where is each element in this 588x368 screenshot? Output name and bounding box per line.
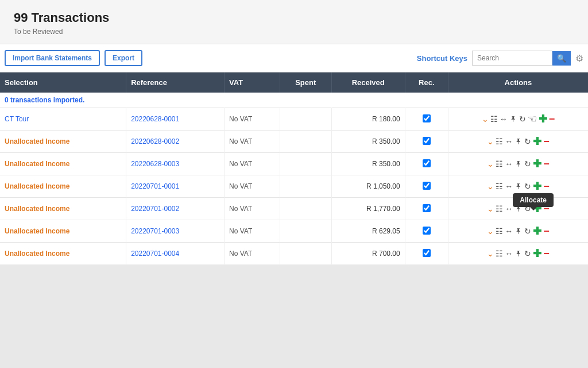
reference-link[interactable]: 20220701-0001 xyxy=(131,182,179,190)
rec-checkbox[interactable] xyxy=(423,182,431,190)
attach-icon[interactable]: 🖈 xyxy=(514,227,523,236)
vat-cell: No VAT xyxy=(225,175,280,198)
dropdown-icon[interactable]: ⌄ xyxy=(482,114,489,124)
rec-cell xyxy=(405,131,448,153)
rec-checkbox[interactable] xyxy=(423,204,431,212)
selection-link[interactable]: Unallocated Income xyxy=(5,227,69,235)
list-icon[interactable]: ☷ xyxy=(490,114,498,124)
dropdown-icon[interactable]: ⌄ xyxy=(487,227,494,236)
reference-link[interactable]: 20220628-0001 xyxy=(131,115,179,123)
expand-icon[interactable]: ↔ xyxy=(505,227,513,236)
remove-icon[interactable]: − xyxy=(543,248,550,260)
col-vat: VAT xyxy=(225,72,280,93)
attach-icon[interactable]: 🖈 xyxy=(514,249,523,258)
expand-icon[interactable]: ↔ xyxy=(505,204,513,213)
attach-icon[interactable]: 🖈 xyxy=(514,159,523,168)
toolbar-right: Shortcut Keys 🔍 ⚙ xyxy=(417,51,583,66)
received-cell: R 1,770.00 xyxy=(331,198,405,220)
attach-icon[interactable]: 🖈 xyxy=(509,114,517,124)
reference-link[interactable]: 20220628-0002 xyxy=(131,137,179,145)
refresh-icon[interactable]: ↻ xyxy=(524,159,531,168)
add-icon[interactable]: ✚ xyxy=(539,113,547,125)
spent-cell xyxy=(280,108,331,131)
col-rec: Rec. xyxy=(405,72,448,93)
spent-cell xyxy=(280,175,331,198)
export-button[interactable]: Export xyxy=(105,50,142,66)
reference-link[interactable]: 20220701-0002 xyxy=(131,205,179,213)
vat-cell: No VAT xyxy=(225,108,280,131)
spent-cell xyxy=(280,131,331,153)
remove-icon[interactable]: − xyxy=(549,113,555,125)
actions-cell: ⌄ ☷ ↔ 🖈 ↻ ✚ − xyxy=(448,243,588,265)
gear-icon[interactable]: ⚙ xyxy=(575,53,583,64)
expand-icon[interactable]: ↔ xyxy=(500,114,508,124)
selection-link[interactable]: CT Tour xyxy=(5,115,29,123)
selection-link[interactable]: Unallocated Income xyxy=(5,250,69,258)
received-cell: R 350.00 xyxy=(331,153,405,175)
table-row: Unallocated Income20220701-0002No VATR 1… xyxy=(0,198,588,220)
dropdown-icon[interactable]: ⌄ xyxy=(487,159,494,168)
rec-cell xyxy=(405,220,448,243)
list-icon[interactable]: ☷ xyxy=(496,159,503,168)
list-icon[interactable]: ☷ xyxy=(496,204,503,213)
list-icon[interactable]: ☷ xyxy=(496,227,503,236)
col-spent: Spent xyxy=(280,72,331,93)
rec-checkbox[interactable] xyxy=(423,159,431,167)
remove-icon[interactable]: − xyxy=(543,225,550,237)
received-cell: R 1,050.00 xyxy=(331,175,405,198)
attach-icon[interactable]: 🖈 xyxy=(514,137,523,146)
received-cell: R 629.05 xyxy=(331,220,405,243)
table-row: Unallocated Income20220701-0004No VATR 7… xyxy=(0,243,588,265)
search-input[interactable] xyxy=(472,51,552,66)
remove-icon[interactable]: − xyxy=(543,158,550,170)
refresh-icon[interactable]: ↻ xyxy=(524,249,531,258)
rec-checkbox[interactable] xyxy=(423,249,431,257)
add-icon[interactable]: ✚ xyxy=(533,247,541,260)
add-icon[interactable]: ✚ xyxy=(533,135,541,148)
attach-icon[interactable]: 🖈 xyxy=(514,182,523,191)
add-icon[interactable]: ✚ xyxy=(533,158,541,170)
list-icon[interactable]: ☷ xyxy=(496,137,503,146)
dropdown-icon[interactable]: ⌄ xyxy=(487,137,494,146)
cursor-icon: ☜ xyxy=(528,113,537,125)
refresh-icon[interactable]: ↻ xyxy=(519,114,526,124)
add-icon[interactable]: ✚ xyxy=(533,225,541,237)
list-icon[interactable]: ☷ xyxy=(496,249,503,258)
reference-link[interactable]: 20220701-0004 xyxy=(131,250,179,258)
remove-icon[interactable]: − xyxy=(543,181,550,193)
add-icon[interactable]: ✚ xyxy=(533,180,541,193)
rec-cell xyxy=(405,153,448,175)
list-icon[interactable]: ☷ xyxy=(496,182,503,191)
refresh-icon[interactable]: ↻ xyxy=(524,227,531,236)
remove-icon[interactable]: − xyxy=(543,136,550,148)
spent-cell xyxy=(280,198,331,220)
rec-cell xyxy=(405,198,448,220)
selection-link[interactable]: Unallocated Income xyxy=(5,205,69,213)
rec-checkbox[interactable] xyxy=(423,137,431,145)
page-subtitle: To be Reviewed xyxy=(14,28,574,36)
dropdown-icon[interactable]: ⌄ xyxy=(487,182,494,191)
expand-icon[interactable]: ↔ xyxy=(505,159,513,168)
refresh-icon[interactable]: ↻ xyxy=(524,182,531,191)
expand-icon[interactable]: ↔ xyxy=(505,137,513,146)
selection-link[interactable]: Unallocated Income xyxy=(5,160,69,168)
selection-link[interactable]: Unallocated Income xyxy=(5,137,69,145)
import-bank-statements-button[interactable]: Import Bank Statements xyxy=(5,50,100,66)
received-cell: R 700.00 xyxy=(331,243,405,265)
dropdown-icon[interactable]: ⌄ xyxy=(487,249,494,258)
search-button[interactable]: 🔍 xyxy=(552,51,571,66)
info-row: 0 transactions imported. xyxy=(0,93,588,108)
dropdown-icon[interactable]: ⌄ xyxy=(487,204,494,213)
reference-link[interactable]: 20220628-0003 xyxy=(131,160,179,168)
actions-cell: ⌄ ☷ ↔ 🖈 ↻ ✚ − xyxy=(448,131,588,153)
table-row: CT Tour20220628-0001No VATR 180.00 ⌄ ☷ ↔… xyxy=(0,108,588,131)
rec-checkbox[interactable] xyxy=(423,227,431,235)
table-row: Unallocated Income20220628-0003No VATR 3… xyxy=(0,153,588,175)
rec-checkbox[interactable] xyxy=(423,114,431,122)
actions-cell: ⌄ ☷ ↔ 🖈 ↻ ✚ − xyxy=(448,153,588,175)
expand-icon[interactable]: ↔ xyxy=(505,249,513,258)
selection-link[interactable]: Unallocated Income xyxy=(5,182,69,190)
refresh-icon[interactable]: ↻ xyxy=(524,137,531,146)
expand-icon[interactable]: ↔ xyxy=(505,182,513,191)
reference-link[interactable]: 20220701-0003 xyxy=(131,227,179,235)
